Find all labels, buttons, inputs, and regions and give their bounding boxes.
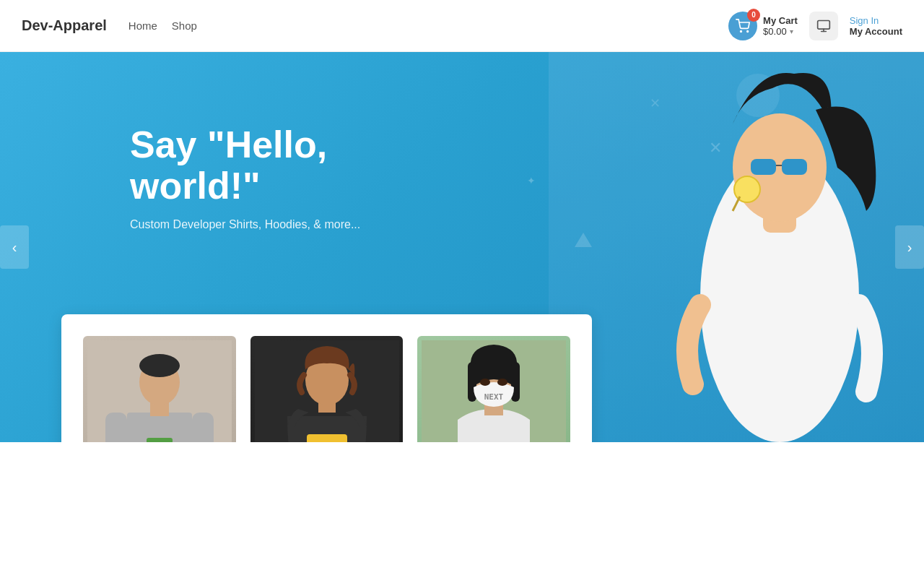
svg-point-1: [747, 30, 749, 32]
svg-rect-15: [127, 413, 192, 442]
category-masks[interactable]: NEXT Masks: [417, 336, 570, 442]
svg-rect-2: [817, 20, 829, 29]
navbar-right: 0 My Cart $0.00 ▾ Sign In My Account: [728, 12, 902, 40]
brand-logo[interactable]: Dev-Apparel: [22, 17, 107, 34]
hero-model-image: [549, 52, 924, 442]
svg-point-41: [497, 379, 507, 386]
cart-label: My Cart: [763, 15, 798, 26]
hero-next-button[interactable]: ›: [895, 225, 924, 269]
categories-card: node Men: [61, 314, 592, 442]
hero-content: Say "Hello, world!" Custom Developer Shi…: [130, 124, 361, 231]
svg-rect-19: [147, 438, 173, 442]
categories-grid: node Men: [83, 336, 570, 442]
hero-section: ✕ ✕ 〜 ✦ Say "Hello, world!" Custom Devel…: [0, 52, 924, 442]
navbar: Dev-Apparel Home Shop 0 My Cart $0.00 ▾: [0, 0, 924, 52]
nav-home[interactable]: Home: [128, 20, 157, 32]
svg-rect-28: [307, 434, 347, 442]
cart-price: $0.00: [763, 26, 787, 37]
hero-subheading: Custom Developer Shirts, Hoodies, & more…: [130, 218, 361, 231]
nav-links: Home Shop: [128, 20, 197, 33]
cart-icon: 0: [728, 12, 757, 40]
hero-heading: Say "Hello, world!": [130, 124, 361, 207]
cart-button[interactable]: 0 My Cart $0.00 ▾: [728, 12, 798, 40]
svg-point-40: [480, 379, 490, 386]
account-icon[interactable]: [809, 12, 838, 40]
account-text[interactable]: Sign In My Account: [850, 15, 902, 37]
svg-rect-9: [751, 159, 776, 175]
svg-point-0: [741, 30, 742, 32]
category-men-image: node: [83, 336, 236, 442]
category-women[interactable]: JS Women: [250, 336, 404, 442]
category-masks-image: NEXT: [417, 336, 570, 442]
sign-in-link[interactable]: Sign In: [850, 15, 902, 26]
svg-rect-22: [192, 413, 214, 442]
deco-star: ✦: [527, 175, 536, 186]
cart-text: My Cart $0.00 ▾: [763, 15, 798, 37]
category-women-image: JS: [250, 336, 404, 442]
hero-prev-button[interactable]: ‹: [0, 225, 29, 269]
svg-point-18: [139, 354, 180, 377]
svg-point-8: [733, 113, 827, 222]
cart-chevron: ▾: [790, 27, 793, 35]
cart-badge: 0: [747, 9, 760, 22]
category-men[interactable]: node Men: [83, 336, 236, 442]
svg-rect-10: [782, 159, 807, 175]
my-account-link[interactable]: My Account: [850, 26, 902, 37]
svg-text:NEXT: NEXT: [484, 392, 504, 402]
nav-shop[interactable]: Shop: [172, 20, 197, 32]
svg-rect-21: [105, 413, 127, 442]
